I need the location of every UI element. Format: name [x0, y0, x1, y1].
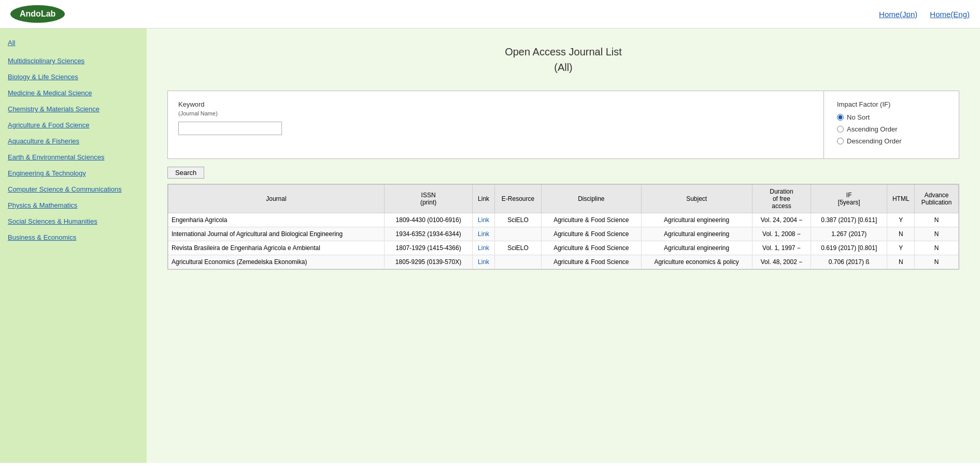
- sidebar-item-medicine[interactable]: Medicine & Medical Science: [8, 89, 139, 97]
- table-row: Engenharia Agricola1809-4430 (0100-6916)…: [168, 213, 959, 227]
- keyword-label: Keyword: [178, 100, 813, 108]
- cell-link[interactable]: Link: [473, 227, 495, 241]
- cell-discipline: Agriculture & Food Science: [542, 241, 641, 255]
- col-discipline: Discipline: [542, 185, 641, 213]
- home-eng-link[interactable]: Home(Eng): [930, 10, 970, 19]
- sort-no-sort-label: No Sort: [847, 113, 870, 121]
- cell-journal: Agricultural Economics (Zemedelska Ekono…: [168, 255, 385, 269]
- cell-subject: Agricultural engineering: [641, 241, 752, 255]
- cell-advance: N: [915, 241, 959, 255]
- col-html: HTML: [887, 185, 915, 213]
- if-title: Impact Factor (IF): [837, 100, 946, 108]
- sidebar: All Multidisciplinary Sciences Biology &…: [0, 28, 147, 463]
- col-advance: AdvancePublication: [915, 185, 959, 213]
- cell-html: N: [887, 227, 915, 241]
- cell-issn: 1934-6352 (1934-6344): [384, 227, 473, 241]
- sort-desc-radio[interactable]: [837, 138, 844, 144]
- col-issn: ISSN(print): [384, 185, 473, 213]
- cell-if: 1.267 (2017): [811, 227, 887, 241]
- sort-no-sort-radio[interactable]: [837, 114, 844, 121]
- cell-discipline: Agriculture & Food Science: [542, 227, 641, 241]
- page-title: Open Access Journal List (All): [167, 44, 959, 75]
- col-duration: Durationof freeaccess: [752, 185, 811, 213]
- sidebar-item-engineering[interactable]: Engineering & Technology: [8, 169, 139, 177]
- sidebar-item-computer[interactable]: Computer Science & Communications: [8, 185, 139, 193]
- cell-link[interactable]: Link: [473, 213, 495, 227]
- cell-subject: Agricultural engineering: [641, 213, 752, 227]
- cell-advance: N: [915, 227, 959, 241]
- logo[interactable]: AndoLab: [10, 5, 65, 23]
- search-button[interactable]: Search: [167, 167, 204, 179]
- cell-subject: Agriculture economics & policy: [641, 255, 752, 269]
- sidebar-item-chemistry[interactable]: Chemistry & Materials Science: [8, 105, 139, 113]
- sidebar-item-agriculture[interactable]: Agriculture & Food Science: [8, 121, 139, 129]
- sidebar-item-earth[interactable]: Earth & Environmental Sciences: [8, 153, 139, 161]
- cell-duration: Vol. 48, 2002 −: [752, 255, 811, 269]
- cell-eresource: SciELO: [494, 213, 541, 227]
- header: AndoLab Home(Jpn) Home(Eng): [0, 0, 980, 28]
- if-section: Impact Factor (IF) No Sort Ascending Ord…: [824, 91, 959, 158]
- sort-no-sort-row: No Sort: [837, 113, 946, 121]
- col-link: Link: [473, 185, 495, 213]
- cell-html: N: [887, 255, 915, 269]
- keyword-sublabel: (Journal Name): [178, 110, 813, 116]
- cell-if: 0.387 (2017) [0.611]: [811, 213, 887, 227]
- sidebar-item-multidisciplinary[interactable]: Multidisciplinary Sciences: [8, 57, 139, 65]
- cell-duration: Vol. 1, 1997 −: [752, 241, 811, 255]
- cell-issn: 1807-1929 (1415-4366): [384, 241, 473, 255]
- cell-eresource: [494, 227, 541, 241]
- cell-advance: N: [915, 255, 959, 269]
- cell-html: Y: [887, 213, 915, 227]
- col-journal: Journal: [168, 185, 385, 213]
- sidebar-item-physics[interactable]: Physics & Mathematics: [8, 201, 139, 209]
- search-panel: Keyword (Journal Name) Impact Factor (IF…: [167, 91, 959, 159]
- table-row: Revista Brasileira de Engenharia Agricol…: [168, 241, 959, 255]
- table-row: International Journal of Agricultural an…: [168, 227, 959, 241]
- sidebar-item-all[interactable]: All: [8, 39, 139, 47]
- cell-if: 0.619 (2017) [0.801]: [811, 241, 887, 255]
- cell-link[interactable]: Link: [473, 255, 495, 269]
- layout: All Multidisciplinary Sciences Biology &…: [0, 28, 980, 463]
- sidebar-item-business[interactable]: Business & Economics: [8, 233, 139, 241]
- search-button-row: Search: [167, 167, 959, 179]
- sort-asc-label: Ascending Order: [847, 125, 898, 133]
- sort-asc-row: Ascending Order: [837, 125, 946, 133]
- cell-eresource: SciELO: [494, 241, 541, 255]
- cell-if: 0.706 (2017) ß: [811, 255, 887, 269]
- sidebar-item-social[interactable]: Social Sciences & Humanities: [8, 217, 139, 225]
- cell-issn: 1805-9295 (0139-570X): [384, 255, 473, 269]
- logo-text: AndoLab: [20, 9, 55, 19]
- cell-advance: N: [915, 213, 959, 227]
- cell-link[interactable]: Link: [473, 241, 495, 255]
- sort-asc-radio[interactable]: [837, 126, 844, 133]
- cell-journal: International Journal of Agricultural an…: [168, 227, 385, 241]
- cell-discipline: Agriculture & Food Science: [542, 255, 641, 269]
- journal-table-container[interactable]: Journal ISSN(print) Link E-Resource Disc…: [167, 184, 959, 270]
- cell-duration: Vol. 24, 2004 −: [752, 213, 811, 227]
- table-body: Engenharia Agricola1809-4430 (0100-6916)…: [168, 213, 959, 269]
- cell-journal: Engenharia Agricola: [168, 213, 385, 227]
- cell-journal: Revista Brasileira de Engenharia Agricol…: [168, 241, 385, 255]
- sort-desc-label: Descending Order: [847, 137, 902, 145]
- header-nav: Home(Jpn) Home(Eng): [879, 10, 970, 19]
- sort-desc-row: Descending Order: [837, 137, 946, 145]
- sidebar-item-biology[interactable]: Biology & Life Sciences: [8, 73, 139, 81]
- keyword-section: Keyword (Journal Name): [168, 91, 824, 158]
- col-subject: Subject: [641, 185, 752, 213]
- table-row: Agricultural Economics (Zemedelska Ekono…: [168, 255, 959, 269]
- main-content: Open Access Journal List (All) Keyword (…: [147, 28, 980, 463]
- cell-subject: Agricultural engineering: [641, 227, 752, 241]
- cell-html: Y: [887, 241, 915, 255]
- col-eresource: E-Resource: [494, 185, 541, 213]
- sidebar-item-aquaculture[interactable]: Aquaculture & Fisheries: [8, 137, 139, 145]
- journal-table: Journal ISSN(print) Link E-Resource Disc…: [168, 184, 959, 269]
- cell-issn: 1809-4430 (0100-6916): [384, 213, 473, 227]
- cell-eresource: [494, 255, 541, 269]
- search-input[interactable]: [178, 122, 282, 135]
- cell-duration: Vol. 1, 2008 −: [752, 227, 811, 241]
- cell-discipline: Agriculture & Food Science: [542, 213, 641, 227]
- col-if: IF[5years]: [811, 185, 887, 213]
- home-jpn-link[interactable]: Home(Jpn): [879, 10, 917, 19]
